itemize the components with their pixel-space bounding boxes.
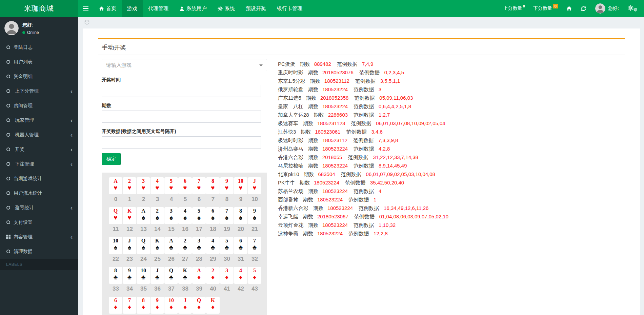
user-menu[interactable]: 您好: (595, 3, 619, 14)
playing-card-K-diamonds[interactable]: K♦ (206, 297, 220, 314)
refresh-icon[interactable] (581, 6, 586, 12)
playing-card-Q-spades[interactable]: Q♠ (137, 237, 150, 254)
playing-card-10-spades[interactable]: 10♠ (109, 237, 122, 254)
playing-card-4-hearts[interactable]: 4♥ (150, 177, 164, 194)
sidebar-item-支付设置[interactable]: 支付设置 (0, 215, 78, 230)
sidebar-item-下注管理[interactable]: 下注管理‹ (0, 157, 78, 171)
period-value: 2018052358 (320, 95, 348, 101)
playing-card-5-hearts[interactable]: 5♥ (164, 177, 178, 194)
playing-card-K-spades[interactable]: K♠ (150, 237, 164, 254)
playing-card-A-clubs[interactable]: A♣ (164, 237, 178, 254)
playing-card-10-clubs[interactable]: 10♣ (137, 267, 150, 284)
draw-data-input[interactable] (102, 136, 261, 149)
sidebar-item-登陆日志[interactable]: 登陆日志 (0, 40, 78, 55)
playing-card-10-hearts[interactable]: 10♥ (234, 177, 247, 194)
playing-card-6-clubs[interactable]: 6♣ (234, 237, 247, 254)
up-score-counter[interactable]: 上分数量0 (503, 5, 524, 12)
sample-label: 范例数据 (351, 120, 371, 126)
playing-card-K-clubs[interactable]: K♣ (178, 267, 192, 284)
game-select[interactable]: 请输入游戏 (102, 59, 267, 71)
down-score-counter[interactable]: 下分数量0 (533, 5, 558, 12)
playing-card-A-diamonds[interactable]: A♦ (192, 267, 206, 284)
playing-card-2-clubs[interactable]: 2♣ (178, 237, 192, 254)
playing-card-9-hearts[interactable]: 9♥ (220, 177, 234, 194)
sidebar-item-房间管理[interactable]: 房间管理 (0, 98, 78, 113)
hearts-suit-icon: ♥ (155, 184, 159, 191)
playing-card-4-spades[interactable]: 4♠ (178, 207, 192, 224)
sidebar-item-上下分管理[interactable]: 上下分管理‹ (0, 84, 78, 98)
sidebar-item-机器人管理[interactable]: 机器人管理‹ (0, 127, 78, 142)
playing-card-A-hearts[interactable]: A♥ (109, 177, 122, 194)
playing-card-9-spades[interactable]: 9♠ (248, 207, 261, 224)
playing-card-Q-diamonds[interactable]: Q♦ (192, 297, 206, 314)
settings-gears-icon[interactable] (628, 5, 637, 12)
sidebar-item-用户列表[interactable]: 用户列表 (0, 55, 78, 69)
playing-card-5-diamonds[interactable]: 5♦ (248, 267, 261, 284)
playing-card-8-diamonds[interactable]: 8♦ (137, 297, 150, 314)
playing-card-5-spades[interactable]: 5♠ (192, 207, 206, 224)
playing-card-2-spades[interactable]: 2♠ (150, 207, 164, 224)
card-index-label: 25 (150, 255, 164, 263)
playing-card-2-diamonds[interactable]: 2♦ (206, 267, 220, 284)
playing-card-7-hearts[interactable]: 7♥ (192, 177, 206, 194)
sidebar-item-内容管理[interactable]: 内容管理‹ (0, 230, 78, 244)
playing-card-5-clubs[interactable]: 5♣ (220, 237, 234, 254)
sidebar-item-资金明细[interactable]: 资金明细 (0, 69, 78, 84)
card-index-label: 29 (206, 255, 220, 263)
playing-card-9-clubs[interactable]: 9♣ (123, 267, 136, 284)
playing-card-3-hearts[interactable]: 3♥ (137, 177, 150, 194)
playing-card-2-hearts[interactable]: 2♥ (123, 177, 136, 194)
playing-card-7-diamonds[interactable]: 7♦ (123, 297, 136, 314)
playing-card-K-hearts[interactable]: K♥ (123, 207, 136, 224)
playing-card-J-spades[interactable]: J♠ (123, 237, 136, 254)
game-row: 极速赛车期数1805231123范例数据06,01,03,07,08,10,09… (278, 119, 621, 127)
sidebar-item-玩家管理[interactable]: 玩家管理‹ (0, 113, 78, 127)
game-row: 马尼拉梭哈期数180523224范例数据8,9,14,45,49 (278, 161, 621, 170)
period-input[interactable] (102, 111, 261, 123)
card-index-label: 34 (123, 285, 137, 293)
playing-card-J-hearts[interactable]: J♥ (248, 177, 261, 194)
playing-card-7-clubs[interactable]: 7♣ (248, 237, 261, 254)
nav-item-预设开奖[interactable]: 预设开奖 (240, 0, 271, 17)
playing-card-4-diamonds[interactable]: 4♦ (234, 267, 247, 284)
playing-card-7-spades[interactable]: 7♠ (220, 207, 234, 224)
playing-card-3-diamonds[interactable]: 3♦ (220, 267, 234, 284)
sidebar-toggle-icon[interactable] (78, 0, 94, 17)
nav-item-系统[interactable]: 系统 (212, 0, 240, 17)
chevron-left-icon: ‹ (71, 234, 73, 240)
playing-card-10-diamonds[interactable]: 10♦ (164, 297, 178, 314)
nav-item-系统用户[interactable]: 系统用户 (174, 0, 212, 17)
playing-card-J-diamonds[interactable]: J♦ (178, 297, 192, 314)
sidebar-item-当期游戏统计[interactable]: 当期游戏统计 (0, 171, 78, 186)
playing-card-6-spades[interactable]: 6♠ (206, 207, 220, 224)
sidebar-item-用户流水统计[interactable]: 用户流水统计 (0, 186, 78, 200)
playing-card-Q-clubs[interactable]: Q♣ (164, 267, 178, 284)
period-value: 1805231123 (317, 120, 345, 126)
playing-card-3-spades[interactable]: 3♠ (164, 207, 178, 224)
brand-logo[interactable]: 米珈商城 (0, 0, 78, 17)
draw-time-input[interactable] (102, 85, 261, 97)
playing-card-J-clubs[interactable]: J♣ (150, 267, 164, 284)
playing-card-8-clubs[interactable]: 8♣ (109, 267, 122, 284)
confirm-button[interactable]: 确定 (102, 153, 121, 165)
home-icon[interactable] (566, 6, 572, 11)
nav-item-游戏[interactable]: 游戏 (122, 0, 143, 17)
nav-item-首页[interactable]: 首页 (94, 0, 122, 17)
playing-card-9-diamonds[interactable]: 9♦ (150, 297, 164, 314)
playing-card-Q-hearts[interactable]: Q♥ (109, 207, 122, 224)
playing-card-6-hearts[interactable]: 6♥ (178, 177, 192, 194)
sidebar-item-清理数据[interactable]: 清理数据 (0, 244, 78, 259)
spades-suit-icon: ♠ (169, 214, 173, 221)
playing-card-8-hearts[interactable]: 8♥ (206, 177, 220, 194)
sidebar-item-开奖[interactable]: 开奖‹ (0, 142, 78, 157)
playing-card-3-clubs[interactable]: 3♣ (192, 237, 206, 254)
nav-item-银行卡管理[interactable]: 银行卡管理 (271, 0, 308, 17)
playing-card-4-clubs[interactable]: 4♣ (206, 237, 220, 254)
game-row: 北京pk10期数683504范例数据06,01,07,09,02,05,03,1… (278, 170, 621, 178)
circle-icon (6, 60, 11, 64)
sidebar-item-盈亏统计[interactable]: 盈亏统计‹ (0, 200, 78, 215)
playing-card-6-diamonds[interactable]: 6♦ (109, 297, 122, 314)
playing-card-8-spades[interactable]: 8♠ (234, 207, 247, 224)
playing-card-A-spades[interactable]: A♠ (137, 207, 150, 224)
nav-item-代理管理[interactable]: 代理管理 (143, 0, 174, 17)
